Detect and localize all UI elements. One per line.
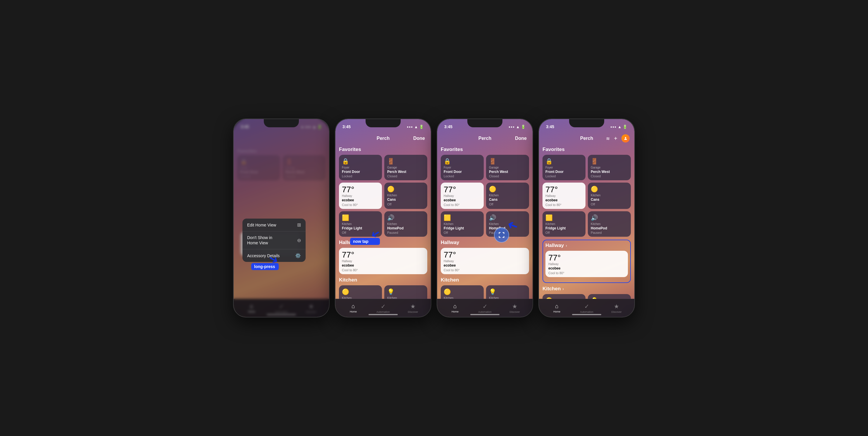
phone-4: 3:45 ●●● ▲ 🔋 Perch ≋ + Favorites 🔒FoyerF… [538,118,635,318]
tile-homepod-4a[interactable]: 🔊KitchenHomePodPaused [588,211,631,237]
tile-garage-3[interactable]: 🚪GaragePerch WestClosed [486,155,529,180]
tile-cans-4a[interactable]: 🟡KitchenCansOff [588,182,631,209]
discover-label-3: Discover [509,311,520,313]
automation-label-2: Automation [376,311,390,313]
tile-ecobee-3a[interactable]: 77°HallwayecobeeCool to 80° [441,182,484,209]
phone-2: 3:45 ●●● ▲ 🔋 Perch Done Favorites 🔒Foyer… [335,118,431,318]
section-favorites-4: Favorites [542,147,631,152]
tab-discover-2[interactable]: ★Discover [398,303,428,313]
wifi-icon-3: ▲ [516,125,520,129]
lock-icon-2a: 🔒 [342,158,379,165]
automation-icon-3: ✓ [483,303,488,310]
tab-automation-4[interactable]: ✓Automation [572,303,601,313]
favorites-grid-2: 🔒FoyerFront DoorLocked 🚪GaragePerch West… [339,155,427,237]
tile-ecobee-3b[interactable]: 77°HallwayecobeeCool to 80° [441,248,529,274]
homepod-icon-4a: 🔊 [591,214,628,221]
hallway-grid-4: 77°HallwayecobeeCool to 80° [546,251,628,277]
context-label-edit: Edit Home View [247,223,276,227]
notch-1 [264,119,299,127]
hallway-chevron-4: › [566,243,567,248]
expand-button-3[interactable] [494,227,509,242]
tile-ecobee-2a[interactable]: 77°HallwayecobeeCool to 80° [339,182,382,209]
home-label-4: Home [553,310,560,313]
tile-fridge-4a[interactable]: 🟨KitchenFridge LightOff [542,211,586,237]
tile-ecobee-4a[interactable]: 77°HallwayecobeeCool to 80° [542,182,586,209]
tab-home-2[interactable]: ⌂Home [338,303,368,313]
phone-2-content: Favorites 🔒FoyerFront DoorLocked 🚪Garage… [336,144,431,299]
tile-cans-3b[interactable]: 🟡KitchenCansOff [441,285,484,299]
battery-icon-4: 🔋 [623,125,627,129]
tile-homepod-2a[interactable]: 🔊KitchenHomePodPaused [384,211,427,237]
signal-2: ●●● [407,125,413,128]
tile-fridge-light-2a[interactable]: 🟨KitchenFridge LightOff [339,211,382,237]
context-item-details[interactable]: Accessory Details ⚙️ [243,249,306,262]
garage-icon-4: 🚪 [591,158,628,165]
tile-cans-3a[interactable]: 🟡KitchenCansOff [486,182,529,209]
home-label-3: Home [452,310,459,313]
phone-3: 3:45 ●●● ▲ 🔋 Perch Done Favorites 🔒Foyer… [437,118,533,318]
wifi-icon-2: ▲ [414,125,418,129]
tile-ecobee-4b[interactable]: 77°HallwayecobeeCool to 80° [546,251,628,277]
tile-coffee-2[interactable]: 💡KitchenCoffee and...Off [384,285,427,299]
tile-fridge-3a[interactable]: 🟨KitchenFridge LightOff [441,211,484,237]
context-menu-1: Edit Home View ⊞ Don't Show inHome View … [243,219,306,262]
home-icon-4: ⌂ [555,303,559,310]
phone-3-content: Favorites 🔒FoyerFront DoorLocked 🚪Garage… [437,144,532,299]
tab-home-3[interactable]: ⌂Home [440,303,470,313]
plus-icon-4[interactable]: + [614,135,617,142]
tab-automation-3[interactable]: ✓Automation [470,303,500,313]
kitchen-grid-2: 🟡KitchenCansOff 💡KitchenCoffee and...Off [339,285,427,299]
tile-coffee-3[interactable]: 💡KitchenCoffee and...Off [486,285,529,299]
cans-icon-2a: 🟡 [387,185,424,193]
kitchen-chevron-4: › [562,287,564,291]
garage-icon-3: 🚪 [489,158,526,165]
cans-icon-2b: 🟡 [342,288,379,295]
nav-bar-2: Perch Done [336,133,431,144]
section-kitchen-4: Kitchen › [542,286,631,292]
hide-icon: ⊖ [297,238,301,243]
tab-discover-3[interactable]: ★Discover [500,303,530,313]
tile-garage-2[interactable]: 🚪GaragePerch WestClosed [384,155,427,180]
fridge-icon-3a: 🟨 [444,214,481,221]
context-overlay-1 [234,119,329,317]
nav-done-2[interactable]: Done [413,136,425,141]
section-favorites-3: Favorites [441,147,529,152]
lock-icon-4a: 🔒 [546,158,583,165]
tile-cans-2b[interactable]: 🟡KitchenCansOff [339,285,382,299]
tile-cans-2a[interactable]: 🟡KitchenCansOff [384,182,427,209]
status-time-3: 3:45 [444,124,453,129]
tile-foyer-4[interactable]: 🔒FoyerFront DoorLocked [542,155,586,180]
coffee-icon-2: 💡 [387,288,424,295]
context-item-hide[interactable]: Don't Show inHome View ⊖ [243,231,306,249]
tab-discover-4[interactable]: ★Discover [601,303,631,313]
battery-icon-2: 🔋 [419,125,424,129]
tile-foyer-door-2[interactable]: 🔒FoyerFront DoorLocked [339,155,382,180]
kitchen-grid-3: 🟡KitchenCansOff 💡KitchenCoffee and...Off [441,285,529,299]
favorites-grid-3: 🔒FoyerFront DoorLocked 🚪GaragePerch West… [441,155,529,237]
section-kitchen-2: Kitchen [339,277,427,283]
discover-icon-4: ★ [614,303,619,310]
tab-automation-2[interactable]: ✓Automation [368,303,398,313]
discover-label-2: Discover [408,311,418,313]
home-icon-3: ⌂ [453,303,457,310]
wifi-icon-4: ▲ [618,125,621,129]
section-hallway-4: Hallway › [546,242,628,249]
tile-ecobee-2b[interactable]: 77°HallwayecobeeCool to 80° [339,248,427,274]
context-item-edit[interactable]: Edit Home View ⊞ [243,219,306,231]
tile-foyer-3[interactable]: 🔒FoyerFront DoorLocked [441,155,484,180]
waveform-icon-4[interactable]: ≋ [606,136,610,141]
tab-home-4[interactable]: ⌂Home [542,303,572,313]
tile-garage-4[interactable]: 🚪GaragePerch WestClosed [588,155,631,180]
nav-bar-4: Perch ≋ + [539,133,634,144]
notch-2 [366,119,401,127]
home-label-2: Home [350,310,357,313]
scene: 3:45 ▲ ●●● ▲ 🔋 Favorites 🔒FoyerFront Doo… [227,113,641,323]
nav-bar-3: Perch Done [437,133,532,144]
avatar-4[interactable] [621,134,630,143]
edit-home-icon: ⊞ [297,222,301,228]
nav-done-3[interactable]: Done [515,136,527,141]
svg-point-0 [625,137,626,138]
status-time-4: 3:45 [546,124,554,129]
favorites-grid-4: 🔒FoyerFront DoorLocked 🚪GaragePerch West… [542,155,631,237]
signal-4: ●●● [610,125,617,128]
